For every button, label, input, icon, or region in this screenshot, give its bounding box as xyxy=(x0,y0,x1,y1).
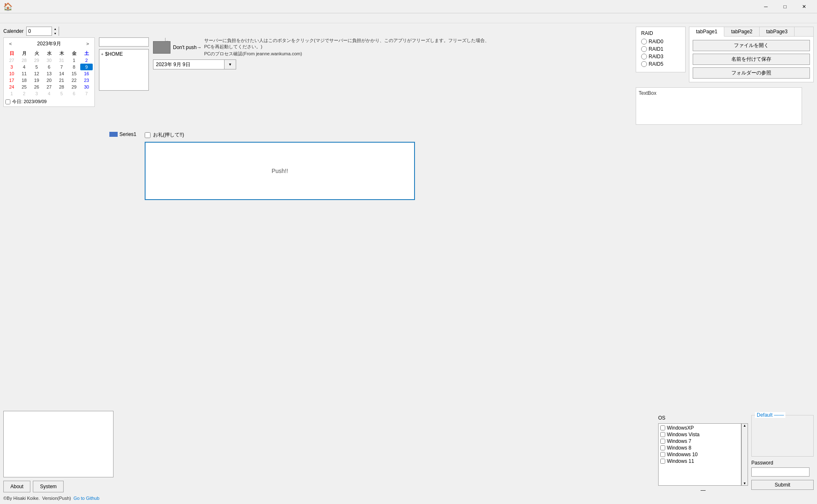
raid-option-0: RAID0 xyxy=(641,39,680,44)
submit-button[interactable]: Submit xyxy=(751,480,814,490)
open-file-btn[interactable]: ファイルを開く xyxy=(693,40,810,51)
combo-box[interactable]: ▼ xyxy=(99,37,149,47)
os-item-3: Windows 8 xyxy=(659,445,740,451)
raid-title: RAID xyxy=(641,30,680,36)
calendar-down-btn[interactable]: ▼ xyxy=(52,31,59,36)
os-check-3[interactable] xyxy=(660,445,665,450)
cal-day[interactable]: 14 xyxy=(55,70,68,77)
cal-day[interactable]: 4 xyxy=(18,64,30,70)
thank-checkbox[interactable] xyxy=(145,132,151,138)
cal-day[interactable]: 26 xyxy=(30,84,43,90)
cal-day[interactable]: 5 xyxy=(55,90,68,97)
os-scroll-up-btn[interactable]: ▲ xyxy=(743,424,746,427)
raid-radio-3[interactable] xyxy=(641,54,647,59)
os-check-2[interactable] xyxy=(660,439,665,444)
raid-radio-1[interactable] xyxy=(641,46,647,52)
cal-day[interactable]: 3 xyxy=(5,64,18,70)
os-list-row: WindowsXP Windows Vista Windows 7 W xyxy=(658,423,748,486)
calendar-up-btn[interactable]: ▲ xyxy=(52,27,59,31)
cal-day[interactable]: 22 xyxy=(68,77,80,84)
system-button[interactable]: System xyxy=(33,481,64,492)
os-item-5: Windows 11 xyxy=(659,458,740,464)
cal-day[interactable]: 27 xyxy=(43,84,55,90)
cal-day[interactable]: 6 xyxy=(43,64,55,70)
cal-day[interactable]: 4 xyxy=(43,90,55,97)
main-layout: Calender ▲ ▼ ＜ 2023年9月 ＞ xyxy=(0,23,817,504)
cal-next-btn[interactable]: ＞ xyxy=(83,40,93,48)
calendar-value-input[interactable] xyxy=(27,27,52,35)
cal-day[interactable]: 13 xyxy=(43,70,55,77)
cal-day[interactable]: 17 xyxy=(5,77,18,84)
date-picker-btn[interactable]: ▼ xyxy=(224,60,236,69)
os-check-4[interactable] xyxy=(660,452,665,457)
os-check-5[interactable] xyxy=(660,459,665,464)
cal-day[interactable]: 29 xyxy=(68,84,80,90)
tab-panel: tabPage1 tabPage2 tabPage3 ファイルを開く 名前を付け… xyxy=(689,27,814,82)
tree-home-item[interactable]: + $HOME xyxy=(101,51,147,57)
os-check-1[interactable] xyxy=(660,432,665,437)
os-item-1: Windows Vista xyxy=(659,431,740,438)
save-as-btn[interactable]: 名前を付けて保存 xyxy=(693,54,810,65)
tab-page1[interactable]: tabPage1 xyxy=(689,27,724,37)
cal-day[interactable]: 2 xyxy=(18,90,30,97)
minimize-button[interactable]: ─ xyxy=(756,0,775,13)
tab-page3[interactable]: tabPage3 xyxy=(760,27,795,36)
github-link[interactable]: Go to Github xyxy=(74,496,99,501)
tree-expand-icon: + xyxy=(101,52,104,57)
cal-day[interactable]: 27 xyxy=(5,57,18,64)
cal-day[interactable]: 28 xyxy=(55,84,68,90)
version: Version(Push) xyxy=(42,496,71,501)
cal-day[interactable]: 5 xyxy=(30,64,43,70)
default-label: Default xyxy=(757,412,773,418)
cal-day[interactable]: 30 xyxy=(43,57,55,64)
cal-day[interactable]: 29 xyxy=(30,57,43,64)
cal-day[interactable]: 28 xyxy=(18,57,30,64)
os-scrollbar: ▲ ▼ xyxy=(741,423,748,486)
tab-page2[interactable]: tabPage2 xyxy=(724,27,759,36)
tree-view[interactable]: + $HOME xyxy=(99,49,149,91)
center-section: Don't push→ サーバーに負担をかけたい人はこのボタンをクリック(マジで… xyxy=(153,37,495,69)
maximize-button[interactable]: □ xyxy=(775,0,795,13)
calendar-spinner[interactable]: ▲ ▼ xyxy=(26,27,59,36)
raid-radio-0[interactable] xyxy=(641,39,647,44)
cal-day[interactable]: 25 xyxy=(18,84,30,90)
titlebar-left: 🏠 xyxy=(3,2,12,11)
calendar-today-row: 今日: 2023/09/09 xyxy=(5,99,93,105)
about-button[interactable]: About xyxy=(3,481,30,492)
cal-day[interactable]: 3 xyxy=(30,90,43,97)
cal-day[interactable]: 19 xyxy=(30,77,43,84)
password-input[interactable] xyxy=(751,467,810,477)
cal-day[interactable]: 10 xyxy=(5,70,18,77)
cal-day[interactable]: 24 xyxy=(5,84,18,90)
cal-day[interactable]: 31 xyxy=(55,57,68,64)
cal-day[interactable]: 7 xyxy=(80,90,93,97)
cal-day[interactable]: 16 xyxy=(80,70,93,77)
cal-day[interactable]: 30 xyxy=(80,84,93,90)
home-icon: 🏠 xyxy=(3,2,12,11)
cal-day[interactable]: 2 xyxy=(80,57,93,64)
today-checkbox[interactable] xyxy=(5,99,10,104)
cal-day[interactable]: 9 xyxy=(80,64,93,70)
cal-day[interactable]: 6 xyxy=(68,90,80,97)
cal-day[interactable]: 1 xyxy=(5,90,18,97)
browse-folder-btn[interactable]: フォルダーの参照 xyxy=(693,67,810,79)
cal-day[interactable]: 20 xyxy=(43,77,55,84)
cal-day[interactable]: 8 xyxy=(68,64,80,70)
cal-prev-btn[interactable]: ＜ xyxy=(5,40,15,48)
close-button[interactable]: ✕ xyxy=(795,0,814,13)
titlebar: 🏠 ─ □ ✕ xyxy=(0,0,817,13)
os-check-0[interactable] xyxy=(660,425,665,430)
cal-day[interactable]: 23 xyxy=(80,77,93,84)
os-item-4: Windowws 10 xyxy=(659,451,740,458)
cal-day[interactable]: 11 xyxy=(18,70,30,77)
raid-radio-5[interactable] xyxy=(641,61,647,67)
cal-day[interactable]: 15 xyxy=(68,70,80,77)
cal-day[interactable]: 1 xyxy=(68,57,80,64)
dont-push-section: Don't push→ xyxy=(173,44,202,50)
cal-day[interactable]: 21 xyxy=(55,77,68,84)
cal-day[interactable]: 12 xyxy=(30,70,43,77)
dont-push-button[interactable] xyxy=(153,41,170,54)
os-scroll-down-btn[interactable]: ▼ xyxy=(743,482,746,485)
cal-day[interactable]: 7 xyxy=(55,64,68,70)
cal-day[interactable]: 18 xyxy=(18,77,30,84)
